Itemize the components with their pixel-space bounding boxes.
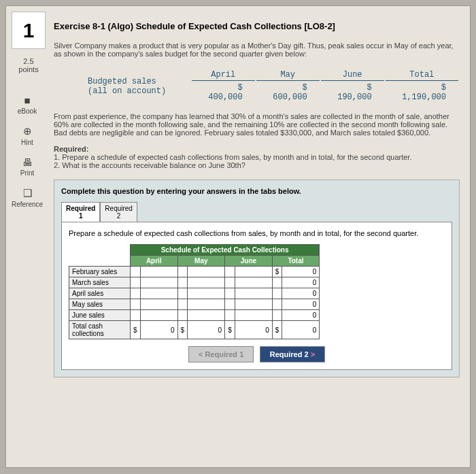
- cell-input[interactable]: [140, 288, 177, 299]
- row-label: May sales: [69, 299, 131, 310]
- sidebar-print[interactable]: 🖶 Print: [6, 156, 48, 177]
- budget-val: $ 400,000: [192, 82, 255, 103]
- answer-instruction: Complete this question by entering your …: [61, 187, 452, 195]
- schedule-intro: Prepare a schedule of expected cash coll…: [69, 229, 445, 237]
- budget-rowlabel: Budgeted sales (all on account): [75, 69, 190, 103]
- cell-input[interactable]: [188, 277, 225, 288]
- col-april: April: [131, 256, 178, 267]
- sidebar-hint[interactable]: ⊕ Hint: [6, 125, 48, 146]
- cell-input[interactable]: [235, 267, 272, 277]
- tab-body: Prepare a schedule of expected cash coll…: [61, 222, 452, 370]
- col-june: June: [225, 256, 273, 267]
- cell-input[interactable]: [140, 267, 177, 277]
- budget-col: April: [192, 69, 255, 81]
- cell-total: 0: [235, 321, 272, 339]
- cell-total: 0: [282, 288, 320, 299]
- cell-input[interactable]: [235, 310, 272, 321]
- chevron-right-icon: >: [311, 350, 315, 358]
- required-item: 2. What is the accounts receivable balan…: [54, 161, 460, 169]
- chevron-left-icon: <: [199, 350, 203, 358]
- currency: $: [272, 321, 282, 339]
- col-may: May: [177, 256, 225, 267]
- cell-input[interactable]: [235, 288, 272, 299]
- tab-label: 2: [117, 212, 121, 220]
- table-row: June sales 0: [69, 310, 320, 321]
- row-label: June sales: [69, 310, 131, 321]
- answer-area: Complete this question by entering your …: [54, 180, 460, 377]
- currency: $: [225, 321, 235, 339]
- budget-val: $ 600,000: [256, 82, 320, 103]
- tab-label: 1: [79, 212, 83, 220]
- hint-icon: ⊕: [6, 125, 48, 137]
- cell-input[interactable]: [188, 310, 225, 321]
- row-label: April sales: [69, 288, 131, 299]
- sidebar-label: Reference: [12, 201, 43, 208]
- cell-input[interactable]: [140, 299, 177, 310]
- cell-total: 0: [282, 310, 320, 321]
- cell-input[interactable]: [235, 277, 272, 288]
- cell-total: 0: [282, 321, 320, 339]
- points-label: points: [12, 65, 46, 73]
- points-value: 2.5: [12, 57, 46, 65]
- nav-buttons: < Required 1 Required 2 >: [69, 346, 445, 362]
- table-row: March sales 0: [69, 277, 320, 288]
- cell-input[interactable]: [140, 310, 177, 321]
- intro-text: Silver Company makes a product that is v…: [54, 41, 460, 58]
- budget-val: $ 190,000: [321, 82, 384, 103]
- cell-input[interactable]: [188, 267, 225, 277]
- prev-button[interactable]: < Required 1: [188, 346, 254, 362]
- table-row-total: Total cash collections $0 $0 $0 $0: [69, 321, 320, 339]
- tab-label: Required: [66, 205, 95, 212]
- currency: $: [131, 321, 141, 339]
- cell-input[interactable]: [188, 288, 225, 299]
- cell-total: 0: [140, 321, 177, 339]
- question-number: 1: [12, 12, 46, 49]
- sidebar: ■ eBook ⊕ Hint 🖶 Print ❑ Reference: [6, 95, 48, 218]
- cell-total: 0: [282, 299, 320, 310]
- sidebar-reference[interactable]: ❑ Reference: [6, 187, 48, 208]
- tab-required-2[interactable]: Required 2: [100, 202, 137, 222]
- schedule-table: Schedule of Expected Cash Collections Ap…: [69, 244, 320, 339]
- budget-val: $ 1,190,000: [386, 82, 458, 103]
- tab-strip: Required 1 Required 2: [61, 202, 452, 222]
- cell-total: 0: [282, 267, 320, 277]
- cell-total: 0: [188, 321, 225, 339]
- budget-col: May: [256, 69, 320, 81]
- col-total: Total: [272, 256, 320, 267]
- points-box: 2.5 points: [12, 57, 46, 73]
- budget-col: June: [321, 69, 384, 81]
- required-item: 1. Prepare a schedule of expected cash c…: [54, 153, 460, 161]
- row-label: February sales: [69, 267, 131, 277]
- budget-col: Total: [386, 69, 458, 81]
- schedule-title: Schedule of Expected Cash Collections: [131, 245, 320, 256]
- required-label: Required:: [54, 145, 460, 153]
- tab-required-1[interactable]: Required 1: [61, 202, 100, 222]
- sidebar-label: Print: [20, 169, 35, 177]
- ebook-icon: ■: [6, 95, 48, 106]
- prev-label: Required 1: [205, 350, 243, 358]
- experience-text: From past experience, the company has le…: [54, 112, 460, 137]
- cell-input[interactable]: [188, 299, 225, 310]
- cell-input[interactable]: [140, 277, 177, 288]
- sidebar-ebook[interactable]: ■ eBook: [6, 95, 48, 115]
- reference-icon: ❑: [6, 187, 48, 199]
- cell-input[interactable]: [235, 299, 272, 310]
- table-row: May sales 0: [69, 299, 320, 310]
- tab-label: Required: [105, 205, 133, 212]
- row-label: Total cash collections: [69, 321, 131, 339]
- next-label: Required 2: [270, 350, 309, 358]
- next-button[interactable]: Required 2 >: [260, 346, 325, 362]
- required-block: Required: 1. Prepare a schedule of expec…: [54, 145, 460, 169]
- cell-total: 0: [282, 277, 320, 288]
- budget-table: Budgeted sales (all on account) April Ma…: [74, 68, 460, 104]
- row-label: March sales: [69, 277, 131, 288]
- exercise-title: Exercise 8-1 (Algo) Schedule of Expected…: [54, 21, 460, 31]
- sidebar-label: Hint: [21, 139, 33, 146]
- print-icon: 🖶: [6, 156, 48, 168]
- currency: $: [272, 267, 282, 277]
- table-row: February sales $0: [69, 267, 320, 277]
- sidebar-label: eBook: [18, 107, 37, 115]
- currency: $: [177, 321, 188, 339]
- table-row: April sales 0: [69, 288, 320, 299]
